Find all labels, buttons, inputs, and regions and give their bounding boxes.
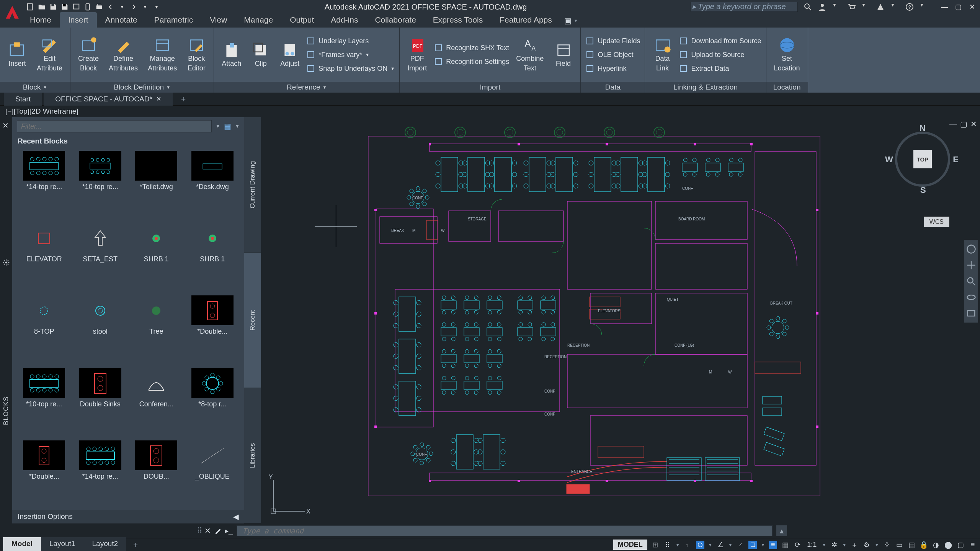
anno-scale[interactable]: 1:1 (805, 540, 818, 549)
new-icon[interactable] (26, 3, 34, 11)
update-fields-button[interactable]: Update Fields (585, 35, 640, 47)
drawing-canvas[interactable]: — ▢ ✕ (261, 117, 980, 523)
menu-tab-express-tools[interactable]: Express Tools (425, 12, 491, 28)
osnap2-icon[interactable]: □ (748, 541, 757, 549)
block-item[interactable]: Double Sinks (74, 368, 127, 434)
model-space-button[interactable]: MODEL (613, 540, 647, 550)
minimize-button[interactable]: — (939, 3, 949, 11)
layout-tab-layout1[interactable]: Layout1 (41, 537, 84, 551)
lock-ui-icon[interactable]: 🔒 (920, 541, 928, 549)
vp-max-icon[interactable]: ▢ (960, 119, 967, 129)
viewcube-s[interactable]: S (920, 185, 926, 195)
hardware-accel-icon[interactable]: ⬤ (944, 541, 952, 549)
file-tab[interactable]: OFFICE SPACE - AUTOCAD*✕ (44, 93, 173, 106)
menu-tab-manage[interactable]: Manage (235, 12, 281, 28)
pan-icon[interactable] (966, 260, 977, 271)
block-item[interactable]: ELEVATOR (18, 223, 71, 289)
palette-gear-icon[interactable] (2, 259, 10, 266)
grid-icon[interactable]: ⊞ (651, 541, 660, 549)
viewcube[interactable]: TOP N S E W (888, 125, 957, 194)
define-attributes-button[interactable]: DefineAttributes (106, 36, 141, 74)
cycling-icon[interactable]: ⟳ (793, 541, 802, 549)
block-item[interactable]: _OBLIQUE (186, 440, 239, 506)
data-link-button[interactable]: DataLink (650, 36, 675, 74)
undo-dd-icon[interactable]: ▼ (118, 3, 126, 11)
orbit-icon[interactable] (966, 292, 977, 303)
menu-tab-output[interactable]: Output (281, 12, 322, 28)
download-source-button[interactable]: Download from Source (679, 35, 761, 47)
block-item[interactable]: 8-TOP (18, 295, 71, 361)
showmotion-icon[interactable] (966, 308, 977, 319)
cart-dd[interactable]: ▼ (861, 2, 871, 11)
menu-tab-add-ins[interactable]: Add-ins (322, 12, 366, 28)
block-item[interactable]: *14-top re... (18, 151, 71, 216)
app-dd[interactable]: ▼ (890, 2, 900, 11)
block-item[interactable]: *Double... (186, 295, 239, 361)
block-item[interactable]: *10-top re... (18, 368, 71, 434)
lineweight-icon[interactable]: ≡ (769, 541, 777, 549)
cmd-grip-icon[interactable]: ⠿ (197, 526, 201, 535)
close-button[interactable]: ✕ (967, 3, 977, 11)
layout-tab-model[interactable]: Model (3, 537, 41, 551)
combine-text-button[interactable]: AACombineText (513, 36, 547, 74)
redo-icon[interactable] (129, 3, 138, 11)
polar-icon[interactable] (696, 541, 704, 549)
anno-monitor-icon[interactable]: ◊ (883, 541, 891, 549)
search-icon[interactable] (803, 2, 812, 11)
filter-dd-icon[interactable]: ▼ (216, 124, 220, 129)
upload-source-button[interactable]: Upload to Source (679, 49, 761, 60)
panel-label-block[interactable]: Block ▼ (0, 82, 70, 93)
open-icon[interactable] (38, 3, 46, 11)
block-item[interactable]: SHRB 1 (130, 223, 183, 289)
block-item[interactable]: *8-top r... (186, 368, 239, 434)
close-icon[interactable]: ✕ (156, 95, 161, 103)
cmd-customize-icon[interactable] (214, 527, 222, 535)
pdf-import-button[interactable]: PDFPDFImport (404, 36, 430, 74)
isolate-icon[interactable]: ◑ (932, 541, 940, 549)
mobile-icon[interactable] (83, 3, 92, 11)
zoom-icon[interactable] (966, 276, 977, 287)
menu-tab-view[interactable]: View (201, 12, 235, 28)
help-search-input[interactable]: Type a keyword or phrase (691, 2, 798, 12)
block-item[interactable]: stool (74, 295, 127, 361)
extract-data-button[interactable]: Extract Data (679, 63, 761, 74)
block-item[interactable]: *Toilet.dwg (130, 151, 183, 216)
field-button[interactable]: Field (550, 41, 576, 69)
menu-tab-home[interactable]: Home (21, 12, 60, 28)
palette-tab-recent[interactable]: Recent (244, 253, 261, 388)
ortho-icon[interactable] (684, 541, 692, 549)
customize-status-icon[interactable]: ≡ (969, 541, 977, 549)
recognition-settings-button[interactable]: Recognition Settings (434, 56, 509, 67)
underlay-layers-button[interactable]: Underlay Layers (306, 35, 395, 47)
create-block-button[interactable]: CreateBlock (75, 36, 102, 74)
transparency-icon[interactable]: ▦ (781, 541, 789, 549)
viewcube-face[interactable]: TOP (913, 150, 932, 168)
cmd-history-icon[interactable]: ▴ (776, 525, 787, 536)
blocks-filter-input[interactable] (17, 120, 212, 132)
palette-tab-libraries[interactable]: Libraries (244, 388, 261, 523)
panel-label-reference[interactable]: Reference ▼ (214, 82, 399, 93)
menu-tab-featured-apps[interactable]: Featured Apps (491, 12, 560, 28)
ole-object-button[interactable]: OLE Object (585, 49, 640, 60)
frames-vary-button[interactable]: *Frames vary* ▼ (306, 49, 395, 60)
wcs-badge[interactable]: WCS (924, 217, 949, 227)
redo-dd-icon[interactable]: ▼ (141, 3, 149, 11)
snap-icon[interactable]: ⠿ (663, 541, 672, 549)
web-icon[interactable] (72, 3, 80, 11)
clip-button[interactable]: Clip (248, 41, 273, 69)
osnap-icon[interactable]: ⟋ (736, 541, 745, 549)
thumb-size-icon[interactable]: ▦ (224, 122, 231, 131)
menu-tab-insert[interactable]: Insert (60, 12, 97, 28)
block-item[interactable]: Tree (130, 295, 183, 361)
signin-icon[interactable] (818, 2, 827, 11)
add-layout-button[interactable]: ＋ (126, 537, 145, 551)
viewcube-n[interactable]: N (920, 123, 926, 133)
panel-label-block-definition[interactable]: Block Definition ▼ (70, 82, 214, 93)
edit-attribute-button[interactable]: EditAttribute (34, 36, 65, 74)
attach-button[interactable]: Attach (219, 41, 244, 69)
quickprops-icon[interactable]: ▤ (907, 541, 916, 549)
menu-more-icon[interactable]: ▣ (564, 16, 572, 25)
block-item[interactable]: SHRB 1 (186, 223, 239, 289)
help-dd[interactable]: ▼ (920, 2, 929, 11)
undo-icon[interactable] (106, 3, 115, 11)
